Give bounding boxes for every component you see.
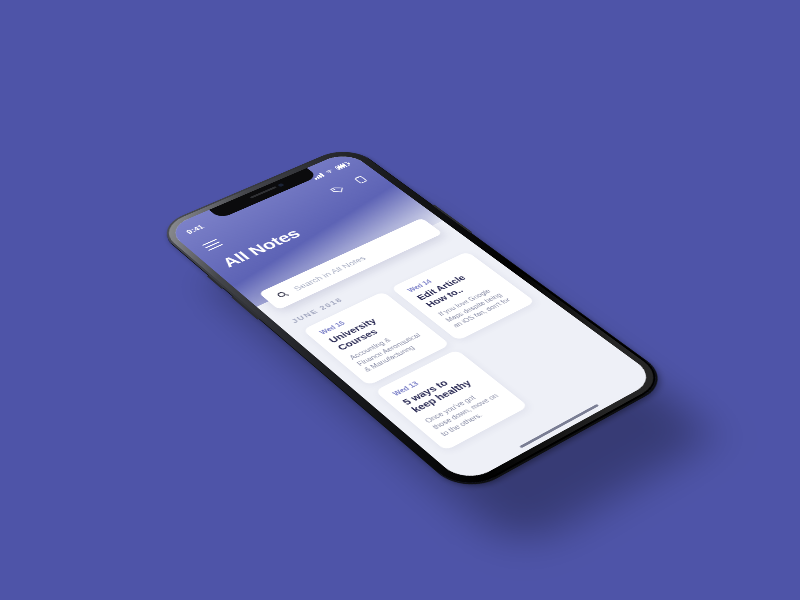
svg-point-3 bbox=[277, 292, 286, 297]
svg-point-1 bbox=[333, 189, 335, 190]
svg-line-4 bbox=[285, 294, 289, 296]
note-date: Wed 15 bbox=[318, 301, 386, 335]
note-excerpt: Accounting & Finance Aeronautical & Manu… bbox=[348, 325, 433, 374]
note-title: 5 ways to keep healthy bbox=[400, 367, 482, 415]
search-icon bbox=[274, 289, 292, 300]
clipboard-icon[interactable] bbox=[351, 174, 372, 186]
note-title: University Courses bbox=[326, 308, 406, 353]
note-date: Wed 13 bbox=[391, 360, 460, 397]
wifi-icon bbox=[323, 168, 336, 176]
note-card[interactable]: Wed 13 5 ways to keep healthy Once you'v… bbox=[374, 349, 528, 450]
note-excerpt: Once you've got those down, move on to t… bbox=[423, 385, 511, 438]
battery-icon bbox=[334, 162, 350, 170]
note-card[interactable]: Wed 15 University Courses Accounting & F… bbox=[302, 291, 450, 385]
status-time: 9:41 bbox=[185, 214, 229, 235]
svg-point-0 bbox=[331, 172, 332, 173]
hamburger-menu-icon[interactable] bbox=[202, 239, 223, 251]
tag-icon[interactable] bbox=[328, 184, 349, 196]
